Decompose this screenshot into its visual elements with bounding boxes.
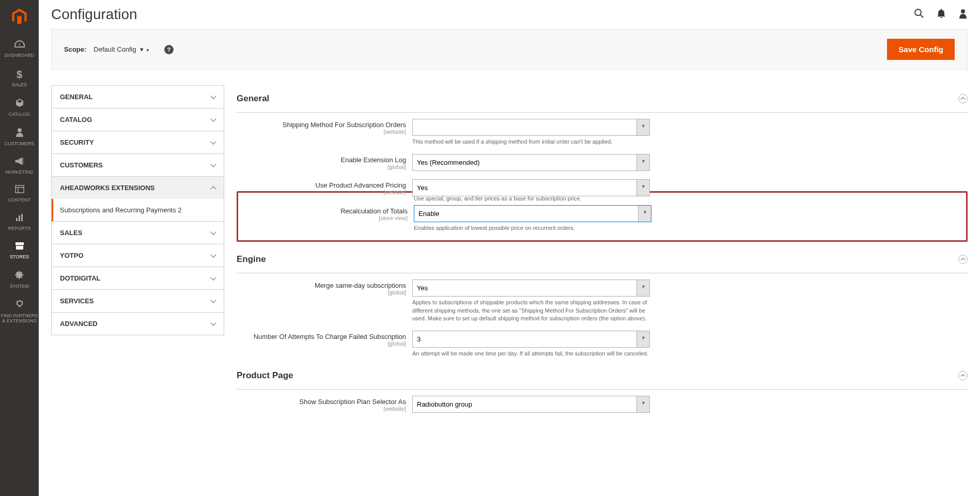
field-label: Merge same-day subscriptions [237, 282, 406, 289]
svg-rect-5 [19, 215, 20, 221]
svg-rect-4 [16, 218, 18, 221]
field-label: Number Of Attempts To Charge Failed Subs… [237, 333, 406, 340]
scope-select[interactable]: Default Config ▾ [92, 44, 158, 54]
nav-section-catalog[interactable]: CATALOG [52, 109, 224, 131]
field-scope: [website] [237, 189, 406, 195]
advanced-pricing-select[interactable]: Yes [412, 179, 650, 196]
nav-section-advanced[interactable]: ADVANCED [52, 313, 224, 335]
sidebar-item-label: STORES [0, 255, 39, 260]
field-charge-attempts: Number Of Attempts To Charge Failed Subs… [237, 324, 968, 360]
save-config-button[interactable]: Save Config [887, 39, 955, 60]
field-label: Recalculation of Totals [238, 207, 408, 215]
sidebar-item-reports[interactable]: REPORTS [0, 208, 39, 237]
field-scope: [global] [237, 164, 406, 170]
nav-section-dotdigital[interactable]: DOTDIGITAL [52, 267, 224, 289]
scope-label: Scope: [64, 45, 86, 53]
layout-icon [0, 185, 39, 196]
collapse-icon [958, 255, 968, 264]
charge-attempts-select[interactable]: 3 [412, 331, 650, 348]
field-label: Shipping Method For Subscription Orders [237, 121, 406, 129]
sidebar-item-label: SALES [0, 83, 39, 88]
sidebar-item-sales[interactable]: $ SALES [0, 64, 39, 93]
sidebar-item-customers[interactable]: CUSTOMERS [0, 122, 39, 152]
magento-logo[interactable] [10, 0, 28, 35]
nav-section-services[interactable]: SERVICES [52, 290, 224, 312]
chart-icon [0, 213, 39, 224]
field-recalculation: Recalculation of Totals [store view] Ena… [238, 203, 966, 234]
sidebar-item-label: CATALOG [0, 112, 39, 117]
help-icon[interactable]: ? [164, 45, 174, 54]
nav-section-sales[interactable]: SALES [52, 222, 224, 244]
sidebar-item-label: MARKETING [0, 170, 39, 175]
chevron-down-icon [211, 320, 215, 328]
section-title: Engine [237, 254, 266, 265]
merge-subscriptions-select[interactable]: Yes [412, 280, 650, 297]
catalog-icon [0, 98, 39, 110]
sidebar-item-label: CONTENT [0, 198, 39, 203]
chevron-down-icon [211, 252, 215, 259]
sidebar-item-system[interactable]: SYSTEM [0, 265, 39, 295]
megaphone-icon [0, 157, 39, 168]
search-icon[interactable] [914, 8, 924, 21]
sidebar-item-label: DASHBOARD [0, 53, 39, 58]
person-icon [0, 128, 39, 140]
sidebar-item-findpartners[interactable]: FIND PARTNERS & EXTENSIONS [0, 295, 39, 329]
chevron-down-icon [211, 274, 215, 282]
extension-log-select[interactable]: Yes (Recommended) [412, 154, 650, 171]
sidebar-item-dashboard[interactable]: DASHBOARD [0, 35, 39, 64]
field-scope: [website] [237, 406, 406, 412]
field-label: Show Subscription Plan Selector As [237, 398, 406, 406]
section-title: General [237, 94, 269, 104]
chevron-down-icon [211, 138, 215, 146]
section-general: General Shipping Method For Subscription… [237, 85, 968, 242]
svg-line-8 [921, 15, 923, 18]
store-icon [0, 242, 39, 253]
nav-section-aheadworks[interactable]: AHEADWORKS EXTENSIONS [52, 177, 224, 199]
field-note: This method will be used if a shipping m… [412, 138, 650, 146]
field-scope: [global] [237, 340, 406, 347]
sidebar-item-content[interactable]: CONTENT [0, 180, 39, 208]
field-label: Use Product Advanced Pricing [237, 181, 406, 189]
field-note: An attempt will be made one time per day… [412, 350, 650, 358]
sidebar-item-catalog[interactable]: CATALOG [0, 93, 39, 122]
page-header: Configuration [51, 0, 968, 29]
dashboard-icon [0, 40, 39, 51]
sidebar-item-label: FIND PARTNERS & EXTENSIONS [0, 314, 39, 324]
account-icon[interactable] [958, 8, 968, 21]
sidebar-item-label: CUSTOMERS [0, 142, 39, 147]
chevron-down-icon [211, 93, 215, 101]
field-note: Enables application of lowest possible p… [414, 224, 651, 232]
nav-sub-subscriptions[interactable]: Subscriptions and Recurring Payments 2 [52, 199, 224, 221]
nav-section-yotpo[interactable]: YOTPO [52, 244, 224, 267]
section-head-product-page[interactable]: Product Page [237, 362, 968, 390]
notifications-icon[interactable] [937, 8, 946, 21]
highlighted-recalculation-field: Use special, group, and tier prices as a… [237, 191, 968, 242]
svg-rect-6 [21, 214, 23, 221]
section-engine: Engine Merge same-day subscriptions [glo… [237, 246, 968, 360]
chevron-down-icon [211, 116, 215, 123]
sidebar-item-marketing[interactable]: MARKETING [0, 152, 39, 180]
nav-section-customers[interactable]: CUSTOMERS [52, 154, 224, 176]
svg-point-7 [915, 9, 921, 16]
recalculation-select[interactable]: Enable [414, 205, 651, 222]
sidebar-item-stores[interactable]: STORES [0, 237, 39, 265]
config-nav: GENERAL CATALOG SECURITY CUSTOMERS AHEAD… [51, 85, 224, 417]
nav-section-security[interactable]: SECURITY [52, 131, 224, 153]
plan-selector-select[interactable]: Radiobutton group [412, 396, 650, 413]
config-main: General Shipping Method For Subscription… [237, 85, 968, 417]
gear-icon [0, 270, 39, 282]
field-plan-selector: Show Subscription Plan Selector As [webs… [237, 390, 968, 415]
section-head-general[interactable]: General [237, 85, 968, 113]
section-head-engine[interactable]: Engine [237, 246, 968, 273]
nav-section-general[interactable]: GENERAL [52, 86, 224, 108]
dollar-icon: $ [0, 69, 39, 81]
field-extension-log: Enable Extension Log [global] Yes (Recom… [237, 148, 968, 173]
sidebar-item-label: SYSTEM [0, 284, 39, 289]
field-merge-subscriptions: Merge same-day subscriptions [global] Ye… [237, 273, 968, 324]
scope-bar: Scope: Default Config ▾ ? Save Config [51, 29, 968, 70]
shipping-method-select[interactable] [412, 119, 650, 136]
collapse-icon [958, 94, 968, 103]
admin-sidebar: DASHBOARD $ SALES CATALOG CUSTOMERS MARK… [0, 0, 39, 417]
field-scope: [store view] [238, 215, 408, 221]
svg-point-9 [961, 9, 965, 13]
